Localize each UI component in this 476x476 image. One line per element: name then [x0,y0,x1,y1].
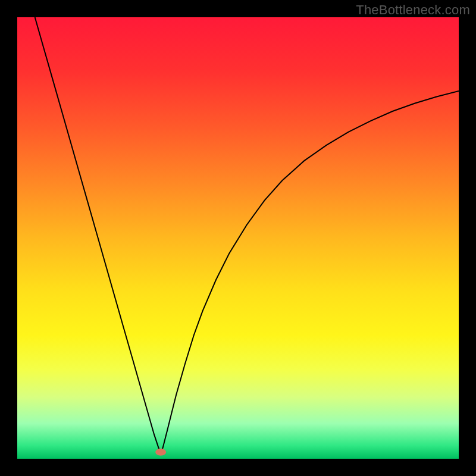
minimum-marker [155,449,166,456]
watermark-text: TheBottleneck.com [356,2,470,18]
bottleneck-chart [17,17,459,459]
chart-frame [17,17,459,459]
